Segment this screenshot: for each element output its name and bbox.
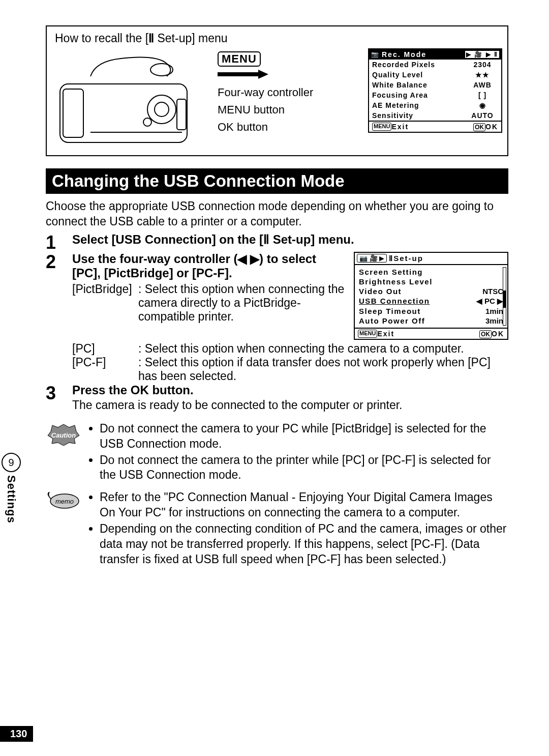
recall-title: How to recall the [Ⅱ Set-up] menu xyxy=(55,32,502,45)
caution-b2: Do not connect the camera to the printer… xyxy=(100,453,508,483)
lcd1-tabs: ▶ 🎥 ▶ Ⅱ xyxy=(465,51,499,58)
memo-note: memo Refer to the "PC Connection Manual … xyxy=(46,490,508,568)
lcd2-usb-v: ◀ PC ▶ xyxy=(476,297,503,306)
lcd1-exit: Exit xyxy=(391,123,409,131)
svg-text:memo: memo xyxy=(55,498,74,505)
step-3: 3 Press the OK button. The camera is rea… xyxy=(46,383,508,412)
lcd1-r0k: Recorded Pixels xyxy=(369,60,464,70)
lcd2-exit: Exit xyxy=(377,330,394,338)
lcd2-video: Video Out xyxy=(359,287,402,296)
lcd2-auto: Auto Power Off xyxy=(359,316,425,325)
lcd2-screen: Screen Setting xyxy=(359,268,423,276)
step-3-num: 3 xyxy=(46,383,63,412)
label-ok-button: OK button xyxy=(218,119,313,136)
page-number: 130 xyxy=(0,726,33,742)
lcd2-auto-v: 3min xyxy=(485,316,503,325)
ok-badge-2: OK xyxy=(479,330,492,338)
step-2-title: Use the four-way controller (◀ ▶) to sel… xyxy=(72,252,346,280)
step1-title-pre: Select [USB Connection] on the [ xyxy=(72,232,263,246)
lcd2-sleep-v: 1min xyxy=(485,307,503,315)
lcd1-table: Recorded Pixels2304 Quality Level★★ Whit… xyxy=(369,60,501,121)
options-table: [PictBridge] : Select this option when c… xyxy=(72,282,346,324)
opt-pcf-val: : Select this option if data transfer do… xyxy=(138,356,508,383)
camera-icon: 📷 xyxy=(371,51,380,58)
recall-setup-box: How to recall the [Ⅱ Set-up] menu xyxy=(46,25,508,156)
opt-pictbridge-val: : Select this option when connecting the… xyxy=(138,282,346,324)
step-2: 2 Use the four-way controller (◀ ▶) to s… xyxy=(46,252,508,383)
lcd1-r5v: AUTO xyxy=(464,110,501,121)
lcd2-usb: USB Connection xyxy=(359,297,430,306)
section-heading: Changing the USB Connection Mode xyxy=(46,168,508,194)
step-1-num: 1 xyxy=(46,232,63,252)
lcd1-r0v: 2304 xyxy=(464,60,501,70)
lcd1-r4k: AE Metering xyxy=(369,100,464,110)
menu-small-badge: MENU xyxy=(372,123,391,131)
chapter-label: Settings xyxy=(5,475,18,524)
ok-badge: OK xyxy=(473,123,485,131)
step-1-title: Select [USB Connection] on the [Ⅱ Set-up… xyxy=(72,232,508,247)
lcd1-ok: OK xyxy=(485,123,498,131)
step-2-num: 2 xyxy=(46,252,63,383)
memo-b2: Depending on the connecting condition of… xyxy=(100,521,508,567)
callout-labels: MENU Four-way controller MENU button OK … xyxy=(218,51,313,136)
menu-small-badge-2: MENU xyxy=(358,330,377,338)
svg-rect-8 xyxy=(218,72,258,76)
step1-title-post: Set-up] menu. xyxy=(269,232,354,246)
lcd-setup: 📷 🎥 ▶ ⅡSet-up Screen Setting Brightness … xyxy=(354,252,508,340)
opt-pictbridge-key: [PictBridge] xyxy=(72,282,138,324)
opt-pc-key: [PC] xyxy=(72,342,138,356)
memo-icon: memo xyxy=(46,490,81,568)
lcd1-r1k: Quality Level xyxy=(369,70,464,80)
svg-rect-6 xyxy=(177,99,186,130)
caution-note: Caution Do not connect the camera to you… xyxy=(46,421,508,484)
recall-title-pre: How to recall the [ xyxy=(55,32,148,45)
lcd1-r1v: ★★ xyxy=(464,70,501,80)
menu-badge: MENU xyxy=(218,51,261,67)
lcd1-title: Rec. Mode xyxy=(382,50,426,59)
options-table-2: [PC] : Select this option when connectin… xyxy=(72,342,508,383)
tools-icon-2: Ⅱ xyxy=(263,232,269,247)
lcd2-video-v: NTSC xyxy=(482,287,503,296)
lcd2-bright: Brightness Level xyxy=(359,277,433,286)
lcd2-ok: OK xyxy=(492,330,504,338)
opt-pc-val: : Select this option when connecting the… xyxy=(138,342,508,356)
step-3-body: The camera is ready to be connected to t… xyxy=(72,398,508,412)
lcd1-r3v: [ ] xyxy=(464,90,501,100)
svg-point-2 xyxy=(150,64,173,76)
memo-b1: Refer to the "PC Connection Manual - Enj… xyxy=(100,490,508,520)
intro-text: Choose the appropriate USB connection mo… xyxy=(46,199,508,229)
tools-icon: Ⅱ xyxy=(148,32,154,45)
chapter-tab: 9 Settings xyxy=(0,453,22,524)
svg-marker-9 xyxy=(258,70,268,79)
label-menu-button: MENU button xyxy=(218,101,313,119)
step-3-title: Press the OK button. xyxy=(72,383,508,397)
svg-point-5 xyxy=(143,118,151,126)
label-fourway: Four-way controller xyxy=(218,84,313,101)
lcd1-r3k: Focusing Area xyxy=(369,90,464,100)
step-1: 1 Select [USB Connection] on the [Ⅱ Set-… xyxy=(46,232,508,252)
scrollbar xyxy=(503,267,506,326)
lcd2-tabs: 📷 🎥 ▶ xyxy=(357,254,387,263)
tools-icon-3: Ⅱ xyxy=(389,254,393,263)
svg-text:Caution: Caution xyxy=(51,431,76,439)
recall-title-post: Set-up] menu xyxy=(154,32,227,45)
svg-point-4 xyxy=(155,102,169,117)
chapter-num: 9 xyxy=(2,453,21,472)
lcd1-r4v: ◉ xyxy=(464,100,501,110)
arrow-right-icon xyxy=(218,70,268,79)
opt-pcf-key: [PC-F] xyxy=(72,356,138,383)
caution-b1: Do not connect the camera to your PC whi… xyxy=(100,421,508,452)
camera-illustration xyxy=(55,48,207,150)
lcd-rec-mode: 📷 Rec. Mode ▶ 🎥 ▶ Ⅱ Recorded Pixels2304 … xyxy=(368,48,502,133)
lcd1-r2k: White Balance xyxy=(369,80,464,90)
svg-rect-1 xyxy=(63,89,83,137)
svg-point-3 xyxy=(147,95,176,124)
lcd1-r5k: Sensitivity xyxy=(369,110,464,121)
lcd1-r2v: AWB xyxy=(464,80,501,90)
lcd2-setup: Set-up xyxy=(393,254,423,263)
lcd2-sleep: Sleep Timeout xyxy=(359,307,421,315)
caution-icon: Caution xyxy=(46,421,81,484)
